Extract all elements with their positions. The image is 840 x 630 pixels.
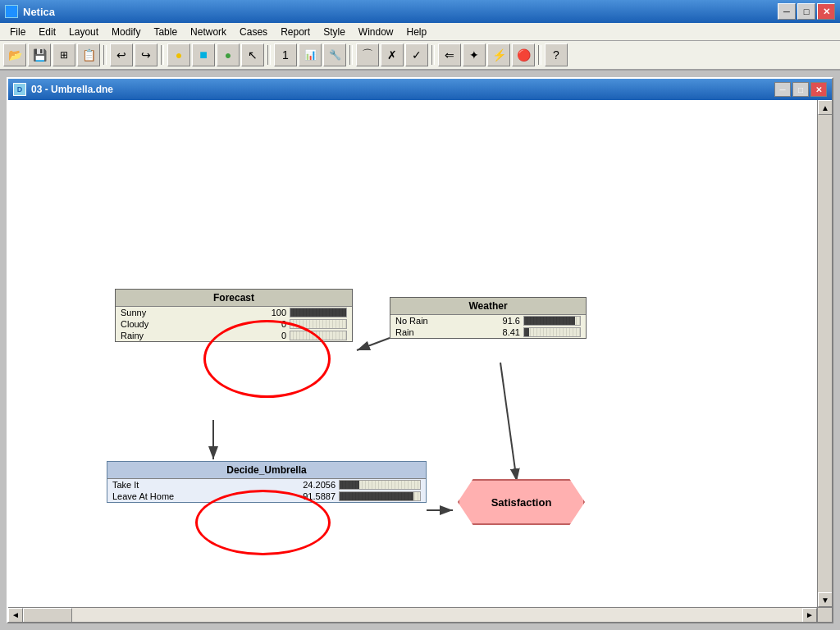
toolbar-chart[interactable]: 📊 <box>299 43 322 66</box>
weather-header: Weather <box>390 298 586 315</box>
minimize-button[interactable]: ─ <box>778 3 796 20</box>
toolbar-1[interactable]: 1 <box>274 43 297 66</box>
weather-value-norain: 91.6 <box>487 316 520 326</box>
toolbar-oval[interactable]: ● <box>167 43 190 66</box>
toolbar-left-arrow[interactable]: ⇐ <box>438 43 461 66</box>
scroll-left-button[interactable]: ◄ <box>8 608 23 623</box>
doc-title: 03 - Umbrella.dne <box>31 84 113 95</box>
weather-bar-rain-pattern <box>524 328 580 336</box>
menu-bar: File Edit Layout Modify Table Network Ca… <box>0 23 840 41</box>
scroll-right-button[interactable]: ► <box>802 608 817 623</box>
decide-bar-takeit-pattern <box>340 481 420 489</box>
doc-icon: D <box>13 83 26 96</box>
toolbar-sep-2 <box>161 45 164 65</box>
arrows-svg <box>8 100 832 622</box>
toolbar-red[interactable]: 🔴 <box>512 43 535 66</box>
scroll-up-button[interactable]: ▲ <box>818 100 832 115</box>
forecast-row-sunny: Sunny 100 <box>116 307 352 318</box>
title-buttons: ─ □ ✕ <box>778 3 835 20</box>
forecast-value-cloudy: 0 <box>253 319 286 329</box>
menu-window[interactable]: Window <box>352 25 400 39</box>
menu-report[interactable]: Report <box>274 25 317 39</box>
doc-close[interactable]: ✕ <box>810 82 827 97</box>
toolbar-sep-3 <box>267 45 271 65</box>
doc-title-bar: D 03 - Umbrella.dne ─ □ ✕ <box>8 79 832 100</box>
forecast-bar-sunny <box>290 308 347 317</box>
toolbar-arrow[interactable]: ↖ <box>241 43 264 66</box>
menu-cases[interactable]: Cases <box>233 25 274 39</box>
weather-node[interactable]: Weather No Rain 91.6 Rain 8.41 <box>390 297 587 339</box>
weather-label-rain: Rain <box>395 327 484 337</box>
scrollbar-corner <box>817 607 832 622</box>
canvas-area: Forecast Sunny 100 Cloudy 0 <box>8 100 832 622</box>
weather-value-rain: 8.41 <box>487 327 520 337</box>
scroll-thumb[interactable] <box>23 608 72 622</box>
toolbar-open[interactable]: 📂 <box>3 43 26 66</box>
decide-umbrella-header: Decide_Umbrella <box>107 462 426 479</box>
forecast-bar-rainy <box>290 331 347 340</box>
forecast-row-rainy: Rainy 0 <box>116 330 352 341</box>
menu-edit[interactable]: Edit <box>32 25 62 39</box>
toolbar-help[interactable]: ? <box>545 43 568 66</box>
satisfaction-node[interactable]: Satisfaction <box>458 479 585 525</box>
weather-bar-norain-pattern <box>524 317 580 325</box>
maximize-button[interactable]: □ <box>797 3 815 20</box>
menu-file[interactable]: File <box>3 25 32 39</box>
toolbar-redo[interactable]: ↪ <box>135 43 158 66</box>
menu-modify[interactable]: Modify <box>105 25 147 39</box>
menu-help[interactable]: Help <box>400 25 434 39</box>
scrollbar-horizontal[interactable]: ◄ ► <box>8 607 817 622</box>
scroll-track <box>23 608 802 622</box>
menu-table[interactable]: Table <box>147 25 184 39</box>
toolbar-grid[interactable]: ⊞ <box>52 43 75 66</box>
menu-network[interactable]: Network <box>184 25 233 39</box>
weather-bar-rain <box>523 327 581 337</box>
svg-line-4 <box>500 363 517 482</box>
app-title: Netica <box>23 6 55 18</box>
forecast-row-cloudy: Cloudy 0 <box>116 318 352 330</box>
doc-window: D 03 - Umbrella.dne ─ □ ✕ <box>7 77 833 623</box>
forecast-label-cloudy: Cloudy <box>121 319 250 329</box>
decide-label-takeit: Take It <box>112 480 299 490</box>
doc-maximize[interactable]: □ <box>792 82 809 97</box>
forecast-bar-sunny-pattern <box>290 308 346 317</box>
toolbar-lightning[interactable]: ⚡ <box>487 43 510 66</box>
close-button[interactable]: ✕ <box>817 3 835 20</box>
forecast-label-rainy: Rainy <box>121 331 250 340</box>
toolbar-check[interactable]: ✓ <box>405 43 428 66</box>
doc-title-buttons: ─ □ ✕ <box>774 82 827 97</box>
main-area: D 03 - Umbrella.dne ─ □ ✕ <box>0 71 840 630</box>
satisfaction-label: Satisfaction <box>491 496 552 509</box>
forecast-node[interactable]: Forecast Sunny 100 Cloudy 0 <box>115 289 353 342</box>
toolbar: 📂 💾 ⊞ 📋 ↩ ↪ ● ■ ● ↖ 1 📊 🔧 ⌒ ✗ ✓ ⇐ ✦ ⚡ 🔴 … <box>0 41 840 71</box>
toolbar-tool[interactable]: 🔧 <box>323 43 346 66</box>
forecast-value-rainy: 0 <box>253 331 286 340</box>
toolbar-paste[interactable]: 📋 <box>77 43 100 66</box>
toolbar-circle[interactable]: ● <box>217 43 240 66</box>
toolbar-undo[interactable]: ↩ <box>110 43 133 66</box>
toolbar-cross[interactable]: ✗ <box>381 43 404 66</box>
decide-bar-leave <box>339 491 421 501</box>
decide-label-leave: Leave At Home <box>112 491 299 501</box>
forecast-header: Forecast <box>116 290 352 307</box>
toolbar-rect[interactable]: ■ <box>192 43 215 66</box>
forecast-bar-cloudy-pattern <box>290 320 346 328</box>
scrollbar-vertical[interactable]: ▲ ▼ <box>817 100 832 607</box>
weather-bar-norain <box>523 316 581 326</box>
doc-title-left: D 03 - Umbrella.dne <box>13 83 113 96</box>
forecast-label-sunny: Sunny <box>121 308 250 317</box>
toolbar-arc[interactable]: ⌒ <box>356 43 379 66</box>
menu-style[interactable]: Style <box>317 25 352 39</box>
toolbar-save[interactable]: 💾 <box>28 43 51 66</box>
doc-minimize[interactable]: ─ <box>774 82 791 97</box>
decide-umbrella-node[interactable]: Decide_Umbrella Take It 24.2056 Leave At… <box>107 461 427 503</box>
toolbar-sep-1 <box>103 45 107 65</box>
menu-layout[interactable]: Layout <box>62 25 105 39</box>
scroll-down-button[interactable]: ▼ <box>818 592 832 607</box>
forecast-bar-rainy-pattern <box>290 331 346 340</box>
toolbar-star[interactable]: ✦ <box>463 43 486 66</box>
app-icon <box>5 5 18 18</box>
forecast-bar-cloudy <box>290 319 347 329</box>
weather-label-norain: No Rain <box>395 316 484 326</box>
svg-line-1 <box>357 338 390 350</box>
